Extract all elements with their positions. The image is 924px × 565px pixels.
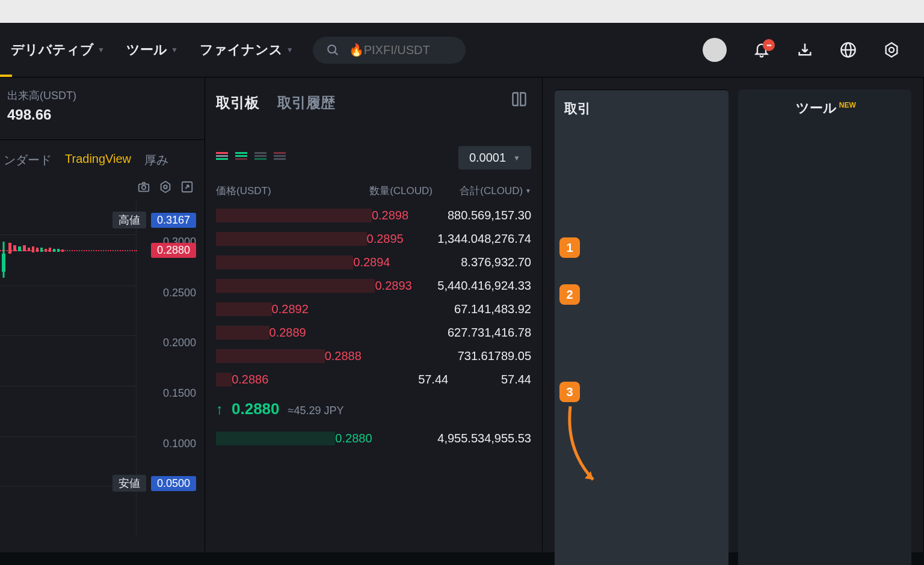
callout-2: 2	[559, 284, 580, 305]
orderbook-row[interactable]: 0.288657.4457.44	[205, 368, 542, 391]
precision-value: 0.0001	[469, 151, 506, 165]
tab-orderbook[interactable]: 取引板	[216, 93, 259, 112]
orderbook-view-both-icon[interactable]	[216, 152, 228, 164]
chevron-down-icon: ▼	[171, 46, 178, 54]
orderbook-last-price: ↑ 0.2880 ≈45.29 JPY	[205, 391, 542, 427]
camera-icon[interactable]	[137, 180, 150, 194]
nav-right: •••	[703, 38, 924, 62]
language-button[interactable]	[840, 41, 857, 58]
top-nav: デリバティブ ▼ ツール ▼ ファイナンス ▼ •••	[0, 23, 924, 77]
volume-label: 出来高(USDT)	[7, 88, 197, 103]
chart-tab-depth[interactable]: 厚み	[144, 152, 168, 168]
svg-rect-19	[32, 246, 34, 252]
orderbook-view-single-icon[interactable]	[274, 152, 286, 164]
row-total: 789.05	[494, 349, 531, 363]
gear-icon[interactable]	[159, 180, 172, 194]
depth-bar	[216, 255, 353, 269]
depth-bar	[216, 373, 232, 386]
row-total: 6,924.33	[484, 279, 531, 293]
depth-bar	[216, 279, 375, 293]
new-badge: NEW	[839, 101, 856, 109]
main-row: 出来高(USDT) 498.66 ンダード TradingView 厚み	[0, 77, 924, 552]
nav-derivatives[interactable]: デリバティブ ▼	[0, 41, 116, 59]
col-price: 価格(USDT)	[216, 184, 324, 198]
orderbook-row[interactable]: 0.28951,344.048,276.74	[205, 227, 542, 251]
orderbook-row[interactable]: 0.2889627.731,416.78	[205, 321, 542, 344]
row-qty: 8.37	[419, 255, 484, 269]
search-input[interactable]	[348, 43, 452, 58]
price-chart[interactable]: 高値 0.3167 0.3000 0.2500 0.2000 0.1500 0.…	[0, 200, 205, 536]
svg-rect-26	[61, 249, 64, 252]
avatar[interactable]	[703, 38, 727, 62]
depth-bar	[216, 232, 367, 246]
tab-tool[interactable]: ツールNEW	[738, 90, 912, 565]
chart-high-badge: 高値 0.3167	[112, 212, 196, 228]
settings-button[interactable]	[883, 41, 900, 58]
low-value: 0.0500	[151, 476, 196, 491]
chevron-down-icon: ▼	[525, 188, 531, 194]
orderbook-row[interactable]: 0.28935,440.416,924.33	[205, 274, 542, 298]
low-label: 安値	[112, 475, 146, 492]
nav-tools[interactable]: ツール ▼	[116, 41, 189, 59]
ytick: 0.1000	[163, 438, 196, 450]
row-total: 8,276.74	[484, 232, 531, 246]
row-total: 1,483.92	[484, 302, 531, 316]
chevron-down-icon: ▼	[97, 46, 105, 54]
candles-icon	[0, 242, 138, 278]
orderbook-row[interactable]: 0.2898880.569,157.30	[205, 204, 542, 227]
col-qty: 数量(CLOUD)	[324, 184, 433, 198]
row-qty: 67.14	[378, 302, 484, 316]
tab-trade-history[interactable]: 取引履歴	[277, 93, 335, 112]
gridline	[0, 386, 136, 386]
svg-rect-20	[36, 248, 38, 252]
row-price: 0.2898	[372, 209, 428, 222]
orderbook-view-bids-icon[interactable]	[235, 152, 247, 164]
orderbook-row[interactable]: 0.28948.376,932.70	[205, 251, 542, 274]
ytick: 0.2000	[163, 337, 196, 349]
last-price-value: 0.2880	[232, 400, 280, 418]
svg-marker-5	[886, 43, 898, 56]
gridline	[0, 436, 136, 437]
orderbook-column: 取引板 取引履歴 0.0001 ▼ 価格(USDT) 数量(CLOUD)	[205, 78, 543, 552]
row-qty: 880.56	[428, 209, 485, 222]
guide-icon[interactable]	[511, 91, 528, 108]
download-button[interactable]	[796, 41, 813, 58]
volume-value: 498.66	[7, 106, 197, 123]
nav-finance[interactable]: ファイナンス ▼	[189, 41, 304, 59]
chart-low-badge: 安値 0.0500	[112, 475, 196, 492]
svg-rect-17	[23, 245, 26, 251]
row-qty: 731.61	[410, 349, 494, 363]
row-total: 6,932.70	[484, 255, 531, 269]
chart-toolbar	[0, 177, 205, 200]
fullscreen-icon[interactable]	[180, 180, 194, 194]
orderbook-row[interactable]: 0.2888731.61789.05	[205, 344, 542, 368]
svg-rect-13	[2, 254, 5, 272]
svg-rect-22	[45, 249, 47, 252]
svg-point-8	[142, 186, 146, 189]
search-box[interactable]	[313, 37, 466, 64]
orderbook-row[interactable]: 0.289267.141,483.92	[205, 298, 542, 321]
chart-tab-standard[interactable]: ンダード	[4, 152, 52, 168]
depth-bar	[216, 432, 335, 445]
volume-box: 出来高(USDT) 498.66	[0, 78, 205, 140]
callout-3: 3	[559, 382, 580, 402]
gridline	[0, 286, 136, 286]
col-total[interactable]: 合計(CLOUD)▼	[433, 184, 531, 198]
notifications-button[interactable]: •••	[753, 41, 770, 58]
row-price: 0.2895	[367, 232, 426, 246]
nav-finance-label: ファイナンス	[200, 41, 283, 59]
precision-select[interactable]: 0.0001 ▼	[458, 146, 531, 170]
orderbook-view-asks-icon[interactable]	[254, 152, 266, 164]
ytick: 0.1500	[163, 387, 196, 400]
depth-bar	[216, 302, 272, 316]
row-price: 0.2894	[353, 255, 419, 269]
row-price: 0.2888	[325, 349, 410, 363]
row-total: 9,157.30	[484, 209, 531, 222]
orderbook-row[interactable]: 0.28804,955.534,955.53	[205, 427, 542, 450]
chart-mode-tabs: ンダード TradingView 厚み	[0, 140, 205, 177]
row-qty: 4,955.53	[410, 432, 484, 445]
high-label: 高値	[112, 212, 146, 228]
chart-tab-tradingview[interactable]: TradingView	[65, 152, 131, 168]
orderbook-columns: 価格(USDT) 数量(CLOUD) 合計(CLOUD)▼	[205, 178, 542, 204]
row-total: 4,955.53	[484, 432, 531, 445]
